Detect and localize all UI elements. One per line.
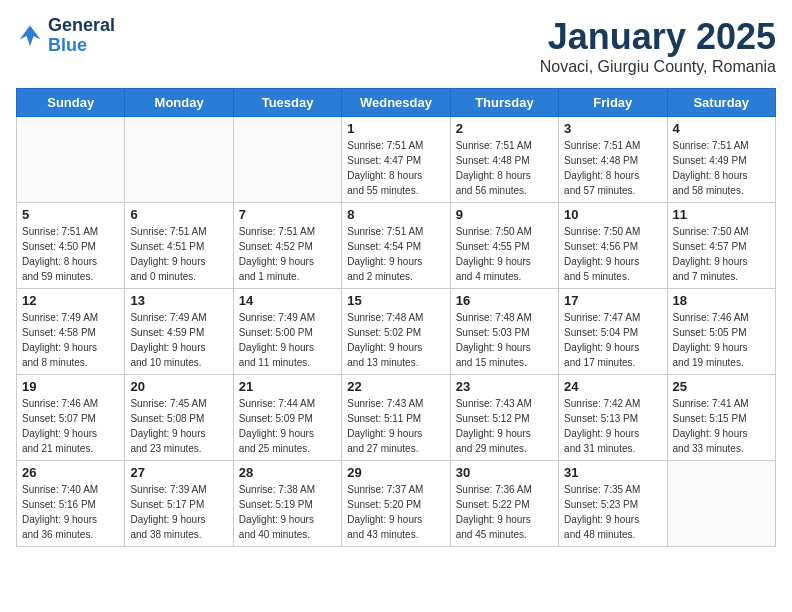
weekday-header-row: SundayMondayTuesdayWednesdayThursdayFrid… [17, 89, 776, 117]
week-row: 26Sunrise: 7:40 AM Sunset: 5:16 PM Dayli… [17, 461, 776, 547]
calendar-cell: 20Sunrise: 7:45 AM Sunset: 5:08 PM Dayli… [125, 375, 233, 461]
calendar-table: SundayMondayTuesdayWednesdayThursdayFrid… [16, 88, 776, 547]
day-info: Sunrise: 7:40 AM Sunset: 5:16 PM Dayligh… [22, 482, 119, 542]
weekday-header: Monday [125, 89, 233, 117]
day-number: 4 [673, 121, 770, 136]
day-info: Sunrise: 7:43 AM Sunset: 5:11 PM Dayligh… [347, 396, 444, 456]
calendar-cell: 15Sunrise: 7:48 AM Sunset: 5:02 PM Dayli… [342, 289, 450, 375]
week-row: 5Sunrise: 7:51 AM Sunset: 4:50 PM Daylig… [17, 203, 776, 289]
day-number: 3 [564, 121, 661, 136]
logo-text: General Blue [48, 16, 115, 56]
day-number: 26 [22, 465, 119, 480]
day-number: 18 [673, 293, 770, 308]
day-info: Sunrise: 7:50 AM Sunset: 4:57 PM Dayligh… [673, 224, 770, 284]
calendar-cell: 29Sunrise: 7:37 AM Sunset: 5:20 PM Dayli… [342, 461, 450, 547]
day-info: Sunrise: 7:51 AM Sunset: 4:50 PM Dayligh… [22, 224, 119, 284]
calendar-cell: 22Sunrise: 7:43 AM Sunset: 5:11 PM Dayli… [342, 375, 450, 461]
calendar-cell: 30Sunrise: 7:36 AM Sunset: 5:22 PM Dayli… [450, 461, 558, 547]
weekday-header: Wednesday [342, 89, 450, 117]
day-info: Sunrise: 7:46 AM Sunset: 5:05 PM Dayligh… [673, 310, 770, 370]
calendar-cell: 19Sunrise: 7:46 AM Sunset: 5:07 PM Dayli… [17, 375, 125, 461]
day-info: Sunrise: 7:35 AM Sunset: 5:23 PM Dayligh… [564, 482, 661, 542]
day-number: 13 [130, 293, 227, 308]
day-info: Sunrise: 7:51 AM Sunset: 4:47 PM Dayligh… [347, 138, 444, 198]
day-info: Sunrise: 7:41 AM Sunset: 5:15 PM Dayligh… [673, 396, 770, 456]
calendar-cell: 7Sunrise: 7:51 AM Sunset: 4:52 PM Daylig… [233, 203, 341, 289]
day-number: 20 [130, 379, 227, 394]
day-info: Sunrise: 7:51 AM Sunset: 4:54 PM Dayligh… [347, 224, 444, 284]
weekday-header: Friday [559, 89, 667, 117]
calendar-cell: 11Sunrise: 7:50 AM Sunset: 4:57 PM Dayli… [667, 203, 775, 289]
day-number: 10 [564, 207, 661, 222]
day-info: Sunrise: 7:48 AM Sunset: 5:03 PM Dayligh… [456, 310, 553, 370]
calendar-cell [17, 117, 125, 203]
calendar-cell: 6Sunrise: 7:51 AM Sunset: 4:51 PM Daylig… [125, 203, 233, 289]
day-number: 31 [564, 465, 661, 480]
day-number: 1 [347, 121, 444, 136]
day-info: Sunrise: 7:51 AM Sunset: 4:48 PM Dayligh… [564, 138, 661, 198]
day-number: 29 [347, 465, 444, 480]
calendar-cell [667, 461, 775, 547]
svg-marker-0 [20, 25, 41, 46]
day-info: Sunrise: 7:43 AM Sunset: 5:12 PM Dayligh… [456, 396, 553, 456]
header: General Blue January 2025 Novaci, Giurgi… [16, 16, 776, 76]
day-number: 6 [130, 207, 227, 222]
title-area: January 2025 Novaci, Giurgiu County, Rom… [540, 16, 776, 76]
calendar-cell: 17Sunrise: 7:47 AM Sunset: 5:04 PM Dayli… [559, 289, 667, 375]
weekday-header: Thursday [450, 89, 558, 117]
calendar-cell: 13Sunrise: 7:49 AM Sunset: 4:59 PM Dayli… [125, 289, 233, 375]
calendar-cell: 18Sunrise: 7:46 AM Sunset: 5:05 PM Dayli… [667, 289, 775, 375]
day-number: 11 [673, 207, 770, 222]
day-number: 12 [22, 293, 119, 308]
calendar-cell: 24Sunrise: 7:42 AM Sunset: 5:13 PM Dayli… [559, 375, 667, 461]
day-info: Sunrise: 7:50 AM Sunset: 4:55 PM Dayligh… [456, 224, 553, 284]
day-number: 21 [239, 379, 336, 394]
day-number: 23 [456, 379, 553, 394]
calendar-cell: 1Sunrise: 7:51 AM Sunset: 4:47 PM Daylig… [342, 117, 450, 203]
weekday-header: Tuesday [233, 89, 341, 117]
day-info: Sunrise: 7:51 AM Sunset: 4:49 PM Dayligh… [673, 138, 770, 198]
day-info: Sunrise: 7:49 AM Sunset: 4:59 PM Dayligh… [130, 310, 227, 370]
day-info: Sunrise: 7:49 AM Sunset: 4:58 PM Dayligh… [22, 310, 119, 370]
day-number: 28 [239, 465, 336, 480]
day-number: 22 [347, 379, 444, 394]
day-number: 17 [564, 293, 661, 308]
day-info: Sunrise: 7:50 AM Sunset: 4:56 PM Dayligh… [564, 224, 661, 284]
calendar-cell: 9Sunrise: 7:50 AM Sunset: 4:55 PM Daylig… [450, 203, 558, 289]
logo: General Blue [16, 16, 115, 56]
day-info: Sunrise: 7:36 AM Sunset: 5:22 PM Dayligh… [456, 482, 553, 542]
day-info: Sunrise: 7:38 AM Sunset: 5:19 PM Dayligh… [239, 482, 336, 542]
calendar-cell: 10Sunrise: 7:50 AM Sunset: 4:56 PM Dayli… [559, 203, 667, 289]
calendar-cell: 8Sunrise: 7:51 AM Sunset: 4:54 PM Daylig… [342, 203, 450, 289]
day-number: 9 [456, 207, 553, 222]
calendar-cell: 3Sunrise: 7:51 AM Sunset: 4:48 PM Daylig… [559, 117, 667, 203]
day-number: 27 [130, 465, 227, 480]
day-info: Sunrise: 7:39 AM Sunset: 5:17 PM Dayligh… [130, 482, 227, 542]
day-number: 24 [564, 379, 661, 394]
calendar-cell: 31Sunrise: 7:35 AM Sunset: 5:23 PM Dayli… [559, 461, 667, 547]
calendar-cell: 26Sunrise: 7:40 AM Sunset: 5:16 PM Dayli… [17, 461, 125, 547]
calendar-title: January 2025 [540, 16, 776, 58]
calendar-cell: 23Sunrise: 7:43 AM Sunset: 5:12 PM Dayli… [450, 375, 558, 461]
calendar-cell: 28Sunrise: 7:38 AM Sunset: 5:19 PM Dayli… [233, 461, 341, 547]
day-info: Sunrise: 7:44 AM Sunset: 5:09 PM Dayligh… [239, 396, 336, 456]
logo-icon [16, 22, 44, 50]
day-info: Sunrise: 7:51 AM Sunset: 4:48 PM Dayligh… [456, 138, 553, 198]
weekday-header: Saturday [667, 89, 775, 117]
calendar-cell: 12Sunrise: 7:49 AM Sunset: 4:58 PM Dayli… [17, 289, 125, 375]
week-row: 19Sunrise: 7:46 AM Sunset: 5:07 PM Dayli… [17, 375, 776, 461]
day-number: 14 [239, 293, 336, 308]
day-number: 8 [347, 207, 444, 222]
calendar-cell: 2Sunrise: 7:51 AM Sunset: 4:48 PM Daylig… [450, 117, 558, 203]
day-number: 7 [239, 207, 336, 222]
day-info: Sunrise: 7:42 AM Sunset: 5:13 PM Dayligh… [564, 396, 661, 456]
day-number: 16 [456, 293, 553, 308]
day-number: 25 [673, 379, 770, 394]
day-number: 30 [456, 465, 553, 480]
calendar-cell: 14Sunrise: 7:49 AM Sunset: 5:00 PM Dayli… [233, 289, 341, 375]
calendar-cell: 27Sunrise: 7:39 AM Sunset: 5:17 PM Dayli… [125, 461, 233, 547]
day-info: Sunrise: 7:48 AM Sunset: 5:02 PM Dayligh… [347, 310, 444, 370]
day-number: 19 [22, 379, 119, 394]
calendar-cell: 4Sunrise: 7:51 AM Sunset: 4:49 PM Daylig… [667, 117, 775, 203]
week-row: 1Sunrise: 7:51 AM Sunset: 4:47 PM Daylig… [17, 117, 776, 203]
